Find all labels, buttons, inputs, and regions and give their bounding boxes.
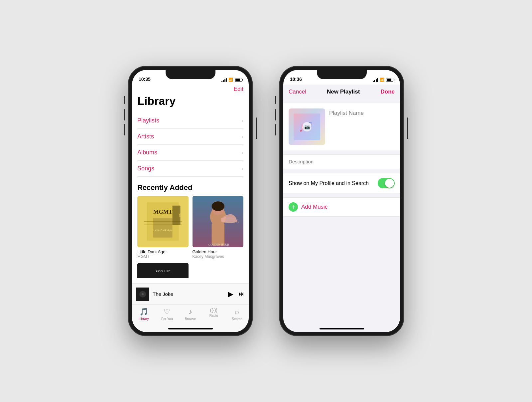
home-indicator bbox=[168, 328, 213, 329]
album-card-mgmt[interactable]: MGMT Little Dark Age LDA bbox=[137, 196, 189, 259]
library-title: Library bbox=[137, 95, 243, 107]
playback-controls: ▶ ⏭ bbox=[228, 290, 245, 299]
signal-icon bbox=[221, 78, 227, 82]
phone-right: 10:36 📶 Cancel New Playlist Done bbox=[279, 66, 404, 336]
add-music-section[interactable]: + Add Music bbox=[283, 197, 400, 217]
library-content: Edit Library Playlists › Artists › Album… bbox=[132, 85, 249, 283]
home-indicator-right bbox=[320, 328, 364, 329]
camera-icon: 📷 bbox=[302, 122, 312, 131]
menu-item-albums[interactable]: Albums › bbox=[137, 145, 243, 161]
add-music-label: Add Music bbox=[301, 204, 328, 210]
now-playing-bar[interactable]: The Joke ▶ ⏭ bbox=[132, 283, 249, 304]
wifi-icon-right: 📶 bbox=[380, 78, 384, 82]
status-icons-right: 📶 bbox=[373, 78, 394, 82]
description-input[interactable] bbox=[289, 159, 395, 164]
library-screen: Edit Library Playlists › Artists › Album… bbox=[132, 85, 249, 332]
battery-icon bbox=[235, 78, 242, 82]
tab-label-search: Search bbox=[232, 317, 242, 321]
album-title-mgmt: Little Dark Age bbox=[137, 249, 189, 254]
nav-title: New Playlist bbox=[327, 89, 360, 95]
album-art-mgmt: MGMT Little Dark Age LDA bbox=[137, 196, 189, 247]
svg-point-19 bbox=[142, 293, 144, 295]
album-artist-golden: Kacey Musgraves bbox=[193, 254, 244, 259]
tab-for-you[interactable]: ♡ For You bbox=[155, 307, 179, 321]
tab-search[interactable]: ⌕ Search bbox=[225, 307, 249, 321]
notch-left bbox=[166, 70, 215, 79]
description-section bbox=[283, 154, 400, 169]
album-art-golden: GOLDEN HOUR bbox=[193, 196, 244, 247]
svg-rect-5 bbox=[153, 218, 173, 238]
svg-text:Little Dark Age: Little Dark Age bbox=[154, 229, 172, 232]
svg-text:★OD LIFE: ★OD LIFE bbox=[155, 269, 171, 273]
signal-icon-right bbox=[373, 78, 378, 82]
album-card-golden[interactable]: GOLDEN HOUR Golden Hour Kacey Musgraves bbox=[193, 196, 244, 259]
tab-label-radio: Radio bbox=[209, 314, 218, 317]
tab-label-browse: Browse bbox=[185, 317, 196, 321]
album-artist-mgmt: MGMT bbox=[137, 254, 189, 259]
browse-icon: ♪ bbox=[189, 307, 192, 316]
now-playing-title: The Joke bbox=[153, 291, 224, 297]
tab-browse[interactable]: ♪ Browse bbox=[179, 307, 202, 321]
time-left: 10:35 bbox=[139, 77, 151, 82]
chevron-icon-artists: › bbox=[242, 134, 243, 140]
library-header: Edit bbox=[137, 85, 243, 93]
svg-text:LDA: LDA bbox=[179, 213, 181, 218]
recently-added-title: Recently Added bbox=[137, 183, 243, 192]
add-music-icon: + bbox=[289, 202, 298, 212]
menu-label-playlists: Playlists bbox=[137, 117, 159, 124]
menu-item-artists[interactable]: Artists › bbox=[137, 129, 243, 145]
tab-label-library: Library bbox=[139, 317, 149, 321]
status-icons-left: 📶 bbox=[221, 78, 242, 82]
profile-toggle[interactable] bbox=[378, 178, 395, 188]
menu-item-songs[interactable]: Songs › bbox=[137, 161, 243, 177]
library-icon: 🎵 bbox=[139, 307, 148, 316]
playlist-header-section: ♪ ♫ 📷 bbox=[283, 103, 400, 150]
album-title-golden: Golden Hour bbox=[193, 249, 244, 254]
cancel-button[interactable]: Cancel bbox=[289, 89, 306, 95]
skip-button[interactable]: ⏭ bbox=[239, 291, 245, 298]
time-right: 10:36 bbox=[290, 77, 302, 82]
profile-toggle-section: Show on My Profile and in Search bbox=[283, 173, 400, 193]
chevron-icon-playlists: › bbox=[242, 118, 243, 124]
search-icon: ⌕ bbox=[235, 307, 239, 316]
phone-left: 10:35 📶 Edit Library bbox=[128, 66, 253, 336]
now-playing-thumbnail bbox=[136, 288, 149, 301]
playlist-name-input[interactable] bbox=[329, 108, 400, 118]
svg-text:GOLDEN HOUR: GOLDEN HOUR bbox=[208, 243, 229, 246]
playlist-artwork[interactable]: ♪ ♫ 📷 bbox=[289, 108, 325, 145]
nav-bar: Cancel New Playlist Done bbox=[283, 85, 400, 99]
play-button[interactable]: ▶ bbox=[228, 290, 233, 299]
new-playlist-screen: Cancel New Playlist Done bbox=[283, 85, 400, 332]
chevron-icon-albums: › bbox=[242, 150, 243, 156]
toggle-knob bbox=[385, 179, 394, 188]
svg-point-12 bbox=[211, 201, 224, 211]
menu-label-artists: Artists bbox=[137, 133, 154, 140]
menu-item-playlists[interactable]: Playlists › bbox=[137, 113, 243, 129]
svg-rect-13 bbox=[211, 223, 224, 246]
menu-label-songs: Songs bbox=[137, 165, 154, 172]
edit-button[interactable]: Edit bbox=[234, 86, 243, 93]
toggle-label: Show on My Profile and in Search bbox=[289, 180, 369, 186]
playlist-content: ♪ ♫ 📷 Show on My Profile and in Search bbox=[283, 99, 400, 332]
tab-radio[interactable]: ((·)) Radio bbox=[202, 307, 225, 317]
done-button[interactable]: Done bbox=[380, 89, 395, 95]
tab-label-foryou: For You bbox=[161, 317, 173, 321]
svg-text:MGMT: MGMT bbox=[153, 209, 173, 215]
radio-icon: ((·)) bbox=[210, 307, 217, 313]
wifi-icon: 📶 bbox=[228, 78, 233, 82]
album-grid: MGMT Little Dark Age LDA bbox=[137, 196, 243, 259]
menu-label-albums: Albums bbox=[137, 149, 157, 156]
chevron-icon-songs: › bbox=[242, 166, 243, 172]
heart-icon: ♡ bbox=[164, 307, 170, 316]
tab-library[interactable]: 🎵 Library bbox=[132, 307, 155, 321]
battery-icon-right bbox=[386, 78, 393, 82]
notch-right bbox=[317, 70, 367, 79]
